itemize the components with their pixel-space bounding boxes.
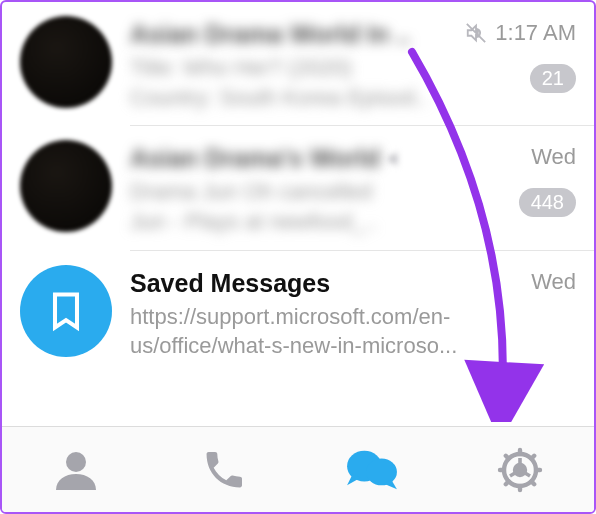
chat-title: Saved Messages [130, 269, 330, 297]
svg-point-0 [66, 452, 86, 472]
nav-calls[interactable] [192, 438, 256, 502]
nav-contacts[interactable] [44, 438, 108, 502]
bottom-nav [2, 426, 594, 512]
nav-chats[interactable] [340, 438, 404, 502]
saved-messages-avatar [20, 265, 112, 357]
person-icon [52, 446, 100, 494]
mute-icon [465, 22, 487, 44]
chats-icon [344, 447, 400, 493]
avatar [20, 16, 112, 108]
svg-point-2 [366, 458, 397, 485]
avatar [20, 140, 112, 232]
nav-settings[interactable] [488, 438, 552, 502]
chat-title: Asian Drama's World [130, 144, 380, 173]
gear-icon [496, 446, 544, 494]
annotation-arrow [382, 42, 562, 422]
bookmark-icon [44, 289, 88, 333]
chat-title: Asian Drama World In .. [130, 20, 410, 49]
phone-icon [201, 447, 247, 493]
